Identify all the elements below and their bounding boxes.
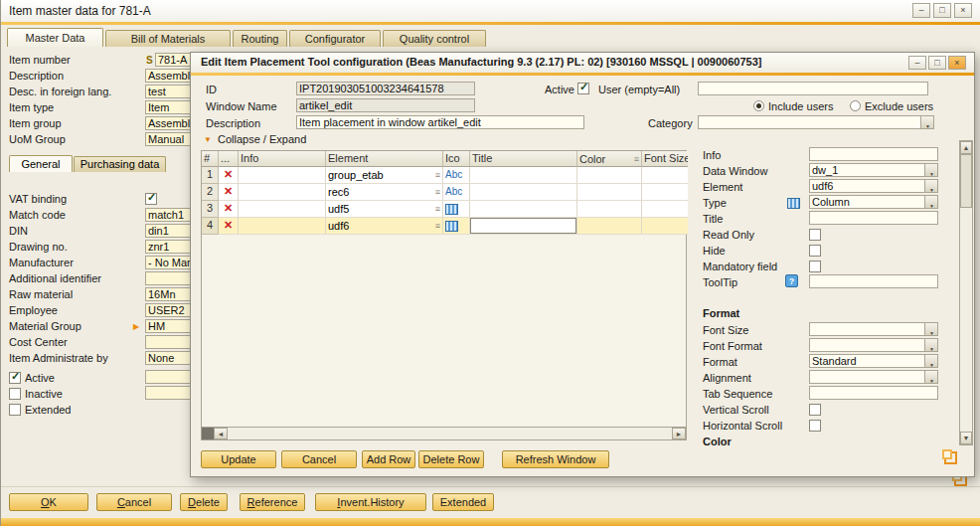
- font-size-select[interactable]: [809, 322, 938, 336]
- ico-cell[interactable]: Abc: [443, 167, 470, 184]
- tab-master-data[interactable]: Master Data: [7, 28, 103, 47]
- extended-checkbox[interactable]: [9, 404, 21, 416]
- grid-corner[interactable]: [202, 428, 214, 439]
- row-number-cell[interactable]: 3: [202, 201, 219, 218]
- title-cell[interactable]: [470, 201, 577, 218]
- tab-quality-control[interactable]: Quality control: [383, 30, 486, 47]
- info-cell[interactable]: [239, 167, 326, 184]
- window-name-field[interactable]: artikel_edit: [296, 98, 475, 112]
- ico-cell[interactable]: Abc: [443, 184, 470, 201]
- row-number-cell[interactable]: 1: [202, 167, 219, 184]
- row-number-cell[interactable]: 4: [202, 218, 219, 235]
- collapse-icon[interactable]: ▼: [204, 135, 212, 144]
- help-icon[interactable]: ?: [785, 274, 798, 287]
- vertical-scroll-checkbox[interactable]: [809, 404, 821, 416]
- dialog-close-button[interactable]: ×: [948, 56, 966, 70]
- vscroll-thumb[interactable]: [960, 154, 972, 208]
- tab-sequence-input[interactable]: [809, 386, 938, 400]
- dialog-maximize-button[interactable]: □: [928, 56, 946, 70]
- subtab-general[interactable]: General: [9, 155, 73, 172]
- ico-cell[interactable]: [443, 218, 470, 235]
- font-size-cell[interactable]: [642, 184, 688, 201]
- prop-type-select[interactable]: Column: [809, 195, 938, 209]
- dialog-cancel-button[interactable]: Cancel: [281, 450, 357, 468]
- title-cell[interactable]: [470, 167, 577, 184]
- ok-button[interactable]: OK: [9, 493, 88, 511]
- refresh-window-button[interactable]: Refresh Window: [502, 450, 609, 468]
- delete-row-icon[interactable]: ✕: [219, 218, 239, 235]
- cancel-button[interactable]: Cancel: [96, 493, 172, 511]
- row-handle-icon[interactable]: ≡: [435, 170, 440, 180]
- tab-configurator[interactable]: Configurator: [289, 30, 381, 47]
- update-button[interactable]: Update: [201, 450, 276, 468]
- dialog-active-checkbox[interactable]: [577, 83, 589, 94]
- active-checkbox[interactable]: [9, 372, 21, 384]
- title-cell-editor[interactable]: [470, 218, 577, 235]
- delete-row-icon[interactable]: ✕: [219, 201, 239, 218]
- scroll-right-button[interactable]: ►: [672, 428, 686, 439]
- dialog-vertical-scrollbar[interactable]: ▲ ▼: [959, 140, 973, 445]
- dialog-description-field[interactable]: Item placement in window artikel_edit: [296, 115, 584, 129]
- subtab-purchasing-data[interactable]: Purchasing data: [74, 156, 166, 172]
- row-handle-icon[interactable]: ≡: [435, 221, 440, 231]
- category-select[interactable]: [698, 115, 934, 129]
- ico-cell[interactable]: [443, 201, 470, 218]
- color-cell[interactable]: [577, 201, 642, 218]
- grid-horizontal-scrollbar[interactable]: ◄ ►: [201, 427, 687, 440]
- maximize-button[interactable]: □: [933, 3, 951, 18]
- format-select[interactable]: Standard: [809, 354, 938, 368]
- collapse-expand-toggle[interactable]: Collapse / Expand: [218, 133, 306, 145]
- mandatory-field-checkbox[interactable]: [809, 261, 821, 272]
- reference-button[interactable]: Reference: [240, 493, 305, 511]
- dialog-expand-form-icon[interactable]: [942, 449, 958, 465]
- horizontal-scroll-checkbox[interactable]: [809, 420, 821, 432]
- read-only-checkbox[interactable]: [809, 229, 821, 241]
- minimize-button[interactable]: –: [912, 3, 930, 18]
- prop-info-input[interactable]: [809, 147, 938, 161]
- extended-button[interactable]: Extended: [432, 493, 494, 511]
- prop-data-window-select[interactable]: dw_1: [809, 163, 938, 177]
- info-cell[interactable]: [239, 201, 326, 218]
- hscroll-track[interactable]: [228, 428, 672, 439]
- element-cell[interactable]: group_etab ≡: [326, 167, 443, 184]
- tooltip-input[interactable]: [809, 274, 938, 288]
- exclude-users-radio[interactable]: [850, 100, 861, 111]
- user-field[interactable]: [698, 82, 928, 95]
- element-cell[interactable]: udf6 ≡: [326, 218, 443, 235]
- row-handle-icon[interactable]: ≡: [435, 204, 440, 214]
- link-arrow-icon[interactable]: ▶: [133, 322, 139, 331]
- font-size-cell[interactable]: [642, 218, 688, 235]
- vat-binding-checkbox[interactable]: [145, 193, 157, 205]
- info-cell[interactable]: [239, 218, 326, 235]
- delete-row-button[interactable]: Delete Row: [418, 450, 484, 468]
- row-number-cell[interactable]: 2: [202, 184, 219, 201]
- font-size-cell[interactable]: [642, 201, 688, 218]
- color-cell[interactable]: [577, 218, 642, 235]
- invent-history-button[interactable]: Invent.History: [315, 493, 426, 511]
- inactive-checkbox[interactable]: [9, 388, 21, 400]
- delete-button[interactable]: Delete: [180, 493, 228, 511]
- prop-title-input[interactable]: [809, 211, 938, 225]
- close-button[interactable]: ×: [954, 3, 972, 18]
- scroll-left-button[interactable]: ◄: [214, 428, 228, 439]
- font-format-select[interactable]: [809, 338, 938, 352]
- scroll-up-button[interactable]: ▲: [960, 141, 972, 154]
- include-users-radio[interactable]: [753, 100, 764, 111]
- vscroll-track[interactable]: [960, 208, 972, 432]
- delete-row-icon[interactable]: ✕: [219, 167, 239, 184]
- font-size-cell[interactable]: [642, 167, 688, 184]
- add-row-button[interactable]: Add Row: [362, 450, 415, 468]
- title-cell[interactable]: [470, 184, 577, 201]
- scroll-down-button[interactable]: ▼: [960, 432, 972, 444]
- row-handle-icon[interactable]: ≡: [435, 187, 440, 197]
- hide-checkbox[interactable]: [809, 245, 821, 257]
- dialog-minimize-button[interactable]: –: [908, 56, 926, 70]
- delete-row-icon[interactable]: ✕: [219, 184, 239, 201]
- alignment-select[interactable]: [809, 370, 938, 384]
- info-cell[interactable]: [239, 184, 326, 201]
- element-cell[interactable]: rec6 ≡: [326, 184, 443, 201]
- tab-routing[interactable]: Routing: [233, 30, 287, 47]
- element-cell[interactable]: udf5 ≡: [326, 201, 443, 218]
- id-field[interactable]: IPT201903051003234641578: [296, 82, 475, 95]
- prop-element-select[interactable]: udf6: [809, 179, 938, 193]
